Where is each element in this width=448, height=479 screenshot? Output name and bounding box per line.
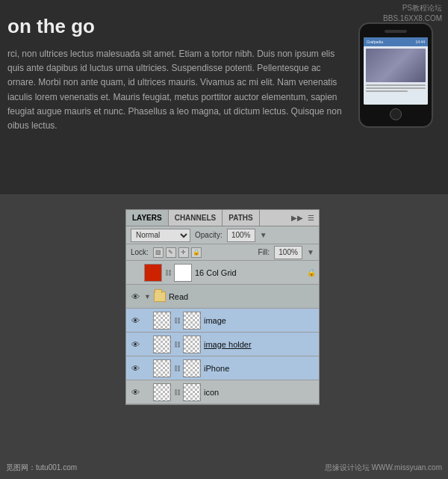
eye-icon[interactable]: 👁 (129, 339, 141, 350)
layer-name-read: Read (169, 292, 316, 301)
lock-row: Lock: ▨ ✎ ✛ 🔒 Fill: ▼ (126, 244, 319, 261)
layer-thumb-checker (153, 336, 171, 353)
layer-thumb-red (144, 264, 162, 282)
opacity-arrow-icon[interactable]: ▼ (260, 231, 267, 239)
group-expand-icon[interactable]: ▼ (144, 293, 151, 300)
layer-name-iphone: iPhone (204, 364, 316, 373)
layer-row-iphone[interactable]: 👁 ⛓ iPhone (126, 356, 319, 380)
iphone-screen-inner: Grafpedia 14:44 (364, 37, 428, 105)
layer-link-icon: ⛓ (165, 264, 171, 282)
layer-link-icon: ⛓ (174, 312, 180, 330)
fill-arrow-icon[interactable]: ▼ (307, 248, 314, 256)
lock-label: Lock: (131, 248, 149, 256)
iphone-img-placeholder (366, 49, 426, 82)
iphone-status-text-left: Grafpedia (367, 40, 383, 44)
lock-all-btn[interactable]: 🔒 (191, 247, 202, 258)
top-section: PS教程论坛 BBS.16XX8.COM on the go rci, non … (0, 0, 448, 194)
panel-header-icons: ▶▶ ☰ (290, 214, 319, 222)
iphone-body: Grafpedia 14:44 (358, 22, 433, 128)
body-paragraph: rci, non ultrices lectus malesuada sit a… (7, 47, 343, 133)
iphone-mockup: Grafpedia 14:44 (358, 22, 441, 128)
iphone-text-line (366, 84, 426, 86)
fill-label: Fill: (258, 248, 270, 256)
eye-icon[interactable] (129, 267, 141, 279)
eye-icon[interactable]: 👁 (129, 386, 141, 398)
iphone-text-line (366, 87, 426, 89)
lock-badge: 🔒 (307, 268, 316, 276)
layer-mask-thumb (183, 312, 201, 330)
eye-icon[interactable]: 👁 (129, 362, 141, 374)
lock-position-btn[interactable]: ✛ (178, 247, 189, 258)
text-area: on the go rci, non ultrices lectus males… (7, 15, 343, 133)
panel-menu-icon[interactable]: ☰ (308, 214, 314, 222)
layer-row-group[interactable]: 👁 ▼ Read (126, 285, 319, 309)
layer-mask-thumb (174, 264, 192, 282)
panel-tabs: LAYERS CHANNELS PATHS ▶▶ ☰ (126, 210, 319, 226)
blend-mode-row: Normal Opacity: ▼ (126, 226, 319, 244)
layer-link-icon: ⛓ (174, 383, 180, 401)
watermark-bottom-left: 觅图网：tutu001.com (6, 463, 77, 473)
layer-thumb-checker (153, 359, 171, 377)
layer-name: 16 Col Grid (195, 268, 304, 277)
page-heading: on the go (7, 15, 343, 38)
eye-icon[interactable]: 👁 (129, 315, 141, 327)
lock-pixels-btn[interactable]: ✎ (166, 247, 176, 258)
layer-name-image: image (204, 316, 316, 325)
iphone-screen: Grafpedia 14:44 (364, 37, 428, 105)
layer-row[interactable]: ⛓ 16 Col Grid 🔒 (126, 261, 319, 285)
bottom-section: LAYERS CHANNELS PATHS ▶▶ ☰ Normal Opacit… (0, 194, 448, 479)
panel-arrow-icon[interactable]: ▶▶ (290, 214, 305, 222)
tab-channels[interactable]: CHANNELS (169, 210, 223, 226)
lock-transparent-btn[interactable]: ▨ (153, 247, 164, 258)
watermark-top: PS教程论坛 BBS.16XX8.COM (383, 3, 442, 24)
lock-icons: ▨ ✎ ✛ 🔒 (153, 247, 202, 258)
iphone-text-lines (366, 84, 426, 92)
folder-icon (154, 291, 166, 302)
iphone-home-button (390, 108, 402, 120)
tab-layers[interactable]: LAYERS (126, 210, 169, 226)
layers-panel: LAYERS CHANNELS PATHS ▶▶ ☰ Normal Opacit… (125, 209, 320, 405)
eye-icon[interactable]: 👁 (129, 291, 141, 303)
layer-name-image-holder: image holder (204, 340, 316, 349)
watermark-bottom-right: 思缘设计论坛 WWW.missyuan.com (325, 463, 442, 473)
layer-mask-thumb (183, 359, 201, 377)
layer-link-icon: ⛓ (174, 336, 180, 353)
iphone-status-bar: Grafpedia 14:44 (364, 37, 428, 46)
layer-link-icon: ⛓ (174, 359, 180, 377)
fill-input[interactable] (274, 246, 302, 259)
blend-mode-select[interactable]: Normal (131, 229, 190, 242)
iphone-screen-content (364, 46, 428, 105)
top-content: on the go rci, non ultrices lectus males… (7, 15, 441, 133)
layer-thumb-checker (153, 383, 171, 401)
opacity-input[interactable] (227, 229, 255, 242)
iphone-text-line (366, 90, 408, 92)
layer-name-icon: icon (204, 388, 316, 397)
layer-row-image[interactable]: 👁 ⛓ image (126, 309, 319, 333)
iphone-status-text-right: 14:44 (415, 40, 425, 44)
tab-paths[interactable]: PATHS (223, 210, 259, 226)
layer-row-icon[interactable]: 👁 ⛓ icon (126, 380, 319, 404)
layer-row-image-holder[interactable]: 👁 ⛓ image holder (126, 333, 319, 356)
layer-mask-thumb (183, 383, 201, 401)
opacity-label: Opacity: (195, 231, 223, 239)
layer-thumb-checker (153, 312, 171, 330)
iphone-speaker (385, 30, 407, 33)
layer-mask-thumb (183, 336, 201, 353)
